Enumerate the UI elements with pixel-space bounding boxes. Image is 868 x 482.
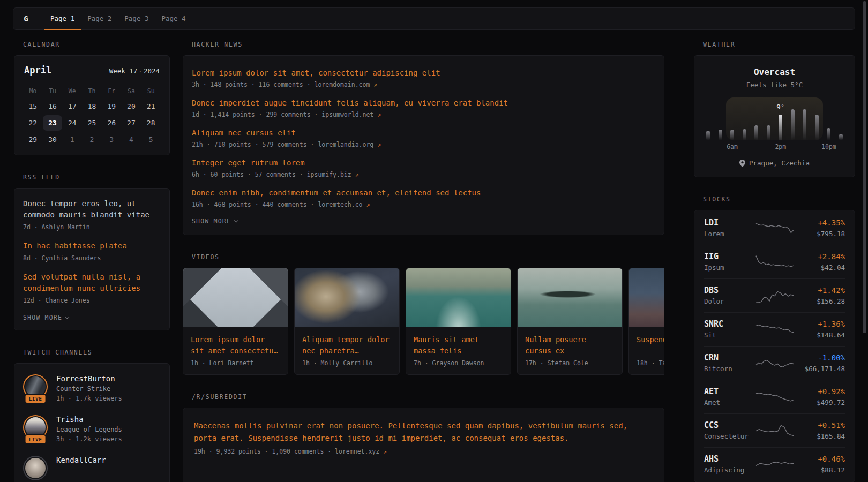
twitch-section: TWITCH CHANNELS LIVEForrestBurtonCounter… <box>14 349 170 482</box>
top-navbar: G Page 1Page 2Page 3Page 4 <box>13 7 855 30</box>
video-meta: 18h · Tara <box>637 359 664 367</box>
stock-row: CCSConsectetur+0.51%$165.84 <box>704 413 845 447</box>
post-meta: 19h · 9,932 points · 1,090 comments · lo… <box>194 447 653 456</box>
videos-section: VIDEOS Lorem ipsum dolor sit amet consec… <box>183 253 664 375</box>
hackernews-item-title[interactable]: Donec enim nibh, condimentum et accumsan… <box>192 187 655 198</box>
stock-ticker: CRN <box>704 353 755 363</box>
twitch-channel[interactable]: LIVETrishaLeague of Legends3h · 1.2k vie… <box>23 415 161 443</box>
app-logo[interactable]: G <box>13 8 39 29</box>
stock-price: $165.84 <box>794 433 845 440</box>
stock-price: $88.12 <box>794 466 845 474</box>
hackernews-item-title[interactable]: Lorem ipsum dolor sit amet, consectetur … <box>192 67 655 78</box>
subreddit-post-title[interactable]: Maecenas mollis pulvinar erat non posuer… <box>194 420 653 444</box>
video-title[interactable]: Lorem ipsum dolor sit amet consectetu… <box>191 334 280 356</box>
weather-bar-slot <box>743 97 746 140</box>
stock-change: -1.00% <box>794 353 845 363</box>
twitch-channel-name[interactable]: ForrestBurton <box>56 374 122 383</box>
hackernews-show-more-label: SHOW MORE <box>192 217 231 225</box>
video-title[interactable]: Suspendisse diam <box>637 334 664 356</box>
twitch-avatar-ring <box>23 456 48 480</box>
hackernews-list: Lorem ipsum dolor sit amet, consectetur … <box>192 67 655 209</box>
calendar-week-year: Week 17·2024 <box>109 67 160 75</box>
calendar-day: 27 <box>122 115 141 131</box>
video-card: Mauris sit amet massa felis7h · Grayson … <box>406 268 511 375</box>
video-title[interactable]: Mauris sit amet massa felis <box>414 334 503 356</box>
stock-values: +1.36%$148.64 <box>794 320 845 339</box>
stock-row: IIGIpsum+2.84%$42.04 <box>704 245 845 278</box>
foggy-figure-thumbnail[interactable] <box>629 268 664 327</box>
stock-price: $795.18 <box>794 230 845 238</box>
weather-hour-label: 2pm <box>775 143 786 150</box>
twitch-channel-name[interactable]: KendallCarr <box>56 456 106 464</box>
rss-show-more-label: SHOW MORE <box>23 314 62 321</box>
hackernews-item-title[interactable]: Aliquam nec cursus elit <box>192 127 655 138</box>
twitch-channel-name[interactable]: Trisha <box>56 415 122 424</box>
avatar[interactable] <box>25 458 46 478</box>
weather-bar-slot <box>767 97 770 140</box>
calendar-weekday: Sa <box>122 85 141 97</box>
video-card-body: Nullam posuere cursus ex17h · Stefan Col… <box>518 327 622 374</box>
video-card-body: Lorem ipsum dolor sit amet consectetu…1h… <box>183 327 288 374</box>
video-card-body: Mauris sit amet massa felis7h · Grayson … <box>406 327 511 374</box>
tab-page-4[interactable]: Page 4 <box>155 8 192 30</box>
stock-change: +0.46% <box>794 455 845 464</box>
calendar-day: 5 <box>141 132 161 147</box>
stock-row: DBSDolor+1.42%$156.28 <box>704 278 845 312</box>
subreddit-post-list: Maecenas mollis pulvinar erat non posuer… <box>194 420 653 456</box>
stock-change: +1.42% <box>794 286 845 295</box>
calendar-day: 3 <box>102 132 122 147</box>
separator-dot: · <box>137 67 144 75</box>
camera-hands-thumbnail[interactable] <box>295 268 399 327</box>
stock-info: CCSConsectetur <box>704 421 755 440</box>
twitch-channel-game: League of Legends <box>56 426 122 433</box>
stock-ticker: AHS <box>704 455 755 464</box>
stock-row: AHSAdipiscing+0.46%$88.12 <box>704 447 845 481</box>
post-meta-text: 19h · 9,932 points · 1,090 comments · lo… <box>194 448 383 455</box>
weather-bar <box>706 131 710 140</box>
daylight-region <box>726 97 823 140</box>
calendar-day: 30 <box>43 132 63 147</box>
towers-sky-thumbnail[interactable] <box>183 268 288 327</box>
video-card: Nullam posuere cursus ex17h · Stefan Col… <box>517 268 623 375</box>
stock-name: Lorem <box>704 230 755 238</box>
sea-wake-thumbnail[interactable] <box>406 268 511 327</box>
stock-sparkline <box>755 252 794 272</box>
video-title[interactable]: Nullam posuere cursus ex <box>525 334 615 356</box>
weather-bar-slot <box>791 97 795 140</box>
canoe-lake-thumbnail[interactable] <box>518 268 622 327</box>
stock-values: +0.51%$165.84 <box>794 421 845 440</box>
hackernews-show-more-button[interactable]: SHOW MORE <box>192 217 655 225</box>
stock-name: Dolor <box>704 298 755 305</box>
calendar-day-selected: 23 <box>43 115 63 131</box>
stock-sparkline <box>755 421 794 440</box>
twitch-channel[interactable]: KendallCarr <box>23 456 161 480</box>
rss-item-title[interactable]: In hac habitasse platea <box>23 240 161 252</box>
video-title[interactable]: Aliquam tempor dolor nec pharetra… <box>302 334 392 356</box>
hackernews-item-title[interactable]: Donec imperdiet augue tincidunt felis al… <box>192 97 655 108</box>
stocks-widget: LDILorem+4.35%$795.18IIGIpsum+2.84%$42.0… <box>694 210 855 482</box>
calendar-year: 2024 <box>144 67 160 75</box>
stock-price: $42.04 <box>794 264 845 272</box>
stock-price: $148.64 <box>794 332 845 339</box>
twitch-section-title: TWITCH CHANNELS <box>23 349 170 356</box>
rss-section-title: RSS FEED <box>23 174 170 181</box>
scrollbar-thumb[interactable] <box>863 1 866 333</box>
stock-ticker: IIG <box>704 252 755 261</box>
tab-page-3[interactable]: Page 3 <box>118 8 155 30</box>
stock-values: +0.46%$88.12 <box>794 455 845 474</box>
calendar-day: 20 <box>122 99 141 114</box>
stock-row: SNRCSit+1.36%$148.64 <box>704 312 845 346</box>
stocks-list: LDILorem+4.35%$795.18IIGIpsum+2.84%$42.0… <box>694 212 855 481</box>
tab-page-2[interactable]: Page 2 <box>81 8 118 30</box>
calendar-day: 26 <box>102 115 122 131</box>
post-meta: 6h · 60 points · 57 comments · ipsumify.… <box>192 170 655 179</box>
rss-item-title[interactable]: Sed volutpat nulla nisl, a condimentum n… <box>23 272 161 294</box>
tab-page-1[interactable]: Page 1 <box>44 8 81 30</box>
twitch-channel[interactable]: LIVEForrestBurtonCounter-Strike1h · 1.7k… <box>23 374 161 402</box>
hackernews-item-title[interactable]: Integer eget rutrum lorem <box>192 157 655 168</box>
rss-item-title[interactable]: Donec tempor eros leo, ut commodo mauris… <box>23 198 161 221</box>
stock-change: +2.84% <box>794 252 845 261</box>
post-meta-text: 1d · 1,414 points · 299 comments · ipsum… <box>192 111 377 118</box>
rss-show-more-button[interactable]: SHOW MORE <box>23 314 161 321</box>
external-link-arrow-icon: ↗ <box>373 81 377 88</box>
